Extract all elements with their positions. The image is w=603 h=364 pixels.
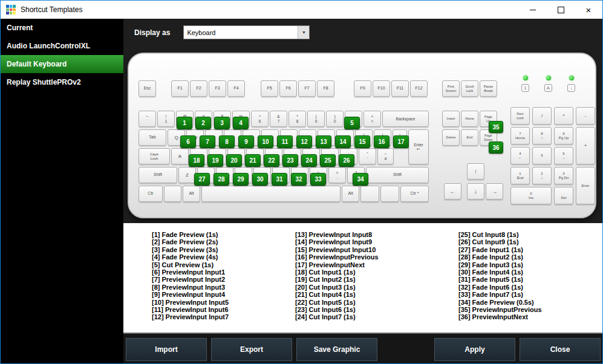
key-f4[interactable]: F4 [227,80,245,97]
key-np-2[interactable]: 2 ↓ [532,167,552,184]
key-f1[interactable]: F1 [171,80,189,97]
assigned-shortcut-key-21[interactable]: 21 [245,154,261,167]
assigned-shortcut-key-29[interactable]: 29 [233,173,249,186]
assigned-shortcut-key-8[interactable]: 8 [219,135,235,148]
key-hash[interactable]: ~ # [377,148,394,164]
assigned-shortcut-key-28[interactable]: 28 [213,173,229,186]
key-ctrl-left[interactable]: Ctr [139,186,163,202]
key-backtick[interactable]: ~ ` [139,111,156,127]
assigned-shortcut-key-20[interactable]: 20 [226,154,242,167]
key-arrow-right[interactable]: → [486,183,503,200]
key-f3[interactable]: F3 [209,80,226,97]
assigned-shortcut-key-11[interactable]: 11 [277,135,293,148]
assigned-shortcut-key-6[interactable]: 6 [180,135,196,148]
key-equals[interactable]: + = [363,111,381,127]
key-backspace[interactable]: Backspace [382,111,429,127]
key-np-9[interactable]: 9 Pg Up [554,127,573,145]
assigned-shortcut-key-3[interactable]: 3 [214,117,230,129]
key-win-right[interactable] [360,186,379,202]
key-6[interactable]: ^ 6 [251,111,269,127]
key-tab[interactable]: Tab [139,129,166,146]
sidebar-item-current[interactable]: Current [1,19,123,37]
assigned-shortcut-key-23[interactable]: 23 [282,154,298,167]
assigned-shortcut-key-18[interactable]: 18 [189,154,204,167]
close-button[interactable]: Close [520,338,601,361]
key-8[interactable]: * 8 [288,111,306,127]
save-graphic-button[interactable]: Save Graphic [296,338,377,361]
key-1[interactable]: ! 1 [157,111,175,127]
key-arrow-left[interactable]: ← [444,183,461,200]
assigned-shortcut-key-15[interactable]: 15 [354,135,370,148]
assigned-shortcut-key-19[interactable]: 19 [207,154,223,167]
assigned-shortcut-key-13[interactable]: 13 [316,135,331,148]
key-np-1[interactable]: 1 End [510,167,530,184]
assigned-shortcut-key-9[interactable]: 9 [238,135,254,148]
key-np-divide[interactable]: / [532,107,552,125]
sidebar-item-audio-launchcontrolxl[interactable]: Audio LaunchControlXL [1,37,123,55]
key-end[interactable]: End [461,129,478,146]
key-0[interactable]: ) 0 [326,111,344,127]
key-f11[interactable]: F11 [391,80,409,97]
assigned-shortcut-key-30[interactable]: 30 [252,173,268,186]
key-space[interactable] [201,186,341,202]
key-f7[interactable]: F7 [298,80,316,97]
assigned-shortcut-key-24[interactable]: 24 [301,154,317,167]
assigned-shortcut-key-7[interactable]: 7 [200,135,215,148]
assigned-shortcut-key-1[interactable]: 1 [177,117,192,129]
key-z[interactable]: Z [178,167,196,183]
sidebar-item-default-keyboard[interactable]: Default Keyboard [1,55,123,73]
key-np-3[interactable]: 3 Pg Dn [554,167,573,184]
key-delete[interactable]: Delete [442,129,460,146]
display-as-dropdown[interactable]: Keyboard ▼ [183,25,310,39]
key-win-left[interactable] [164,186,181,202]
key-num-lock[interactable]: Num Lock [510,107,530,125]
assigned-shortcut-key-32[interactable]: 32 [291,173,307,186]
key-insert[interactable]: Insert [442,111,460,127]
key-7[interactable]: & 7 [270,111,287,127]
key-9[interactable]: ( 9 [307,111,325,127]
assigned-shortcut-key-36[interactable]: 36 [489,141,503,154]
assigned-shortcut-key-25[interactable]: 25 [320,154,336,167]
key-home[interactable]: Home [461,111,478,127]
key-alt-right[interactable]: Alt [342,186,359,202]
key-f6[interactable]: F6 [279,80,297,97]
key-period[interactable]: > . [328,167,346,183]
key-shift-left[interactable]: Shift [139,167,177,183]
key-arrow-up[interactable]: ↑ [467,163,484,180]
assigned-shortcut-key-22[interactable]: 22 [264,154,279,167]
key-np-plus[interactable]: + [576,127,595,164]
key-f9[interactable]: F9 [354,80,371,97]
close-button[interactable]: × [575,1,602,19]
apply-button[interactable]: Apply [434,338,515,361]
assigned-shortcut-key-33[interactable]: 33 [310,173,326,186]
key-enter[interactable]: Enter ↵ [408,129,429,164]
assigned-shortcut-key-26[interactable]: 26 [339,154,354,167]
assigned-shortcut-key-16[interactable]: 16 [374,135,390,148]
key-ctrl-right[interactable]: Ctr * [400,186,429,202]
key-f12[interactable]: F12 [410,80,428,97]
key-np-7[interactable]: 7 Home [510,127,530,145]
key-f10[interactable]: F10 [373,80,390,97]
assigned-shortcut-key-14[interactable]: 14 [335,135,351,148]
key-np-enter[interactable]: Enter [576,167,595,204]
key-shift-right[interactable]: Shift [366,167,429,183]
minimize-button[interactable] [519,1,547,19]
key-alt-left[interactable]: Alt [183,186,200,202]
key-esc[interactable]: Esc [139,80,156,97]
key-f5[interactable]: F5 [261,80,278,97]
key-pause-break[interactable]: Pause Break [480,80,497,97]
key-f2[interactable]: F2 [190,80,207,97]
key-menu[interactable] [380,186,399,202]
key-np-6[interactable]: 6 → [554,147,573,164]
assigned-shortcut-key-17[interactable]: 17 [393,135,409,148]
key-scroll-lock[interactable]: Scroll Lock [461,80,478,97]
key-np-multiply[interactable]: * [554,107,573,125]
key-f8[interactable]: F8 [317,80,334,97]
assigned-shortcut-key-4[interactable]: 4 [233,117,249,129]
key-arrow-down[interactable]: ↓ [467,183,484,200]
key-quote[interactable]: " ' [359,148,376,164]
maximize-button[interactable] [547,1,575,19]
export-button[interactable]: Export [211,338,292,361]
key-np-dot[interactable]: . Del [554,187,573,204]
key-caps-lock[interactable]: Caps Lock [139,148,170,164]
